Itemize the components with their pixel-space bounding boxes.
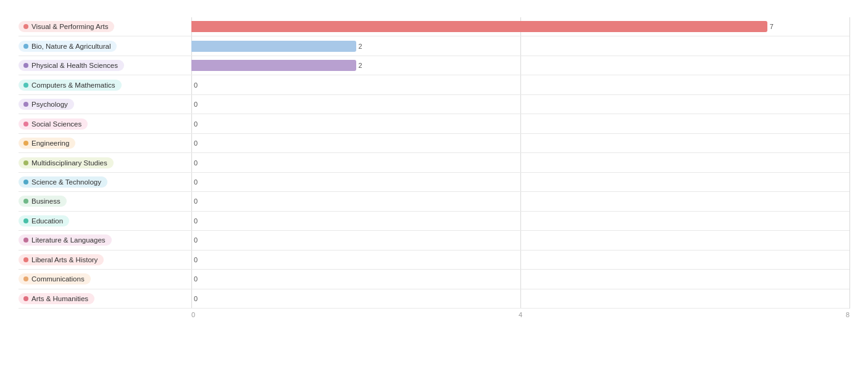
bar-value-label: 0 xyxy=(194,275,198,283)
bar-section: 0 xyxy=(191,134,849,152)
label-area: Literature & Languages xyxy=(19,234,191,246)
bar-value-label: 0 xyxy=(194,256,198,263)
bar-label-dot xyxy=(23,199,28,204)
bar-row: Engineering0 xyxy=(19,134,849,153)
bar-label: Multidisciplinary Studies xyxy=(19,157,114,168)
bar-label-dot xyxy=(23,24,28,29)
bar-fill xyxy=(191,41,356,52)
bar-label-dot xyxy=(23,218,28,223)
bar-value-label: 0 xyxy=(194,81,198,89)
bar-section: 0 xyxy=(191,251,849,269)
bar-value-label: 0 xyxy=(194,197,198,205)
bar-row: Visual & Performing Arts7 xyxy=(19,17,849,36)
label-area: Social Sciences xyxy=(19,118,191,130)
bar-label-text: Communications xyxy=(31,275,85,283)
label-area: Psychology xyxy=(19,99,191,110)
bar-label: Visual & Performing Arts xyxy=(19,21,114,32)
label-area: Computers & Mathematics xyxy=(19,80,191,91)
bar-value-label: 0 xyxy=(194,236,198,244)
bar-label-text: Psychology xyxy=(31,101,68,108)
label-area: Multidisciplinary Studies xyxy=(19,157,191,168)
bar-label-text: Business xyxy=(31,197,61,205)
bar-label-dot xyxy=(23,122,28,127)
bar-row: Physical & Health Sciences2 xyxy=(19,56,849,75)
bar-row: Liberal Arts & History0 xyxy=(19,251,849,270)
bar-label-text: Literature & Languages xyxy=(31,236,106,244)
bar-label-dot xyxy=(23,141,28,146)
bar-label: Engineering xyxy=(19,138,75,149)
bar-label-text: Arts & Humanities xyxy=(31,295,88,302)
label-area: Education xyxy=(19,215,191,226)
bar-row: Communications0 xyxy=(19,270,849,289)
bar-section: 0 xyxy=(191,114,849,133)
bar-label: Literature & Languages xyxy=(19,234,112,246)
bar-label: Liberal Arts & History xyxy=(19,254,104,265)
bar-label-dot xyxy=(23,44,28,49)
bar-label: Computers & Mathematics xyxy=(19,80,122,91)
bar-section: 2 xyxy=(191,36,849,55)
label-area: Engineering xyxy=(19,138,191,149)
bar-label-dot xyxy=(23,83,28,88)
bar-label-dot xyxy=(23,180,28,185)
bar-row: Multidisciplinary Studies0 xyxy=(19,153,849,172)
bar-label-text: Bio, Nature & Agricultural xyxy=(31,43,111,50)
bar-label-dot xyxy=(23,296,28,301)
label-area: Visual & Performing Arts xyxy=(19,21,191,32)
bar-section: 0 xyxy=(191,95,849,114)
bar-section: 0 xyxy=(191,212,849,230)
bar-row: Business0 xyxy=(19,192,849,211)
bar-label-dot xyxy=(23,257,28,262)
x-axis-label: 0 xyxy=(191,311,195,318)
label-area: Bio, Nature & Agricultural xyxy=(19,41,191,52)
bar-section: 0 xyxy=(191,289,849,308)
bar-row: Psychology0 xyxy=(19,95,849,114)
x-axis: 048 xyxy=(191,311,849,318)
bar-row: Computers & Mathematics0 xyxy=(19,75,849,94)
x-axis-label: 8 xyxy=(846,311,849,318)
bar-value-label: 7 xyxy=(770,23,774,30)
bar-label-text: Engineering xyxy=(31,139,69,147)
bar-value-label: 0 xyxy=(194,159,198,167)
bar-label: Social Sciences xyxy=(19,118,88,130)
bar-label-text: Visual & Performing Arts xyxy=(31,23,108,30)
bars-section: Visual & Performing Arts7Bio, Nature & A… xyxy=(19,17,849,309)
bar-label: Physical & Health Sciences xyxy=(19,60,124,71)
bar-label-text: Multidisciplinary Studies xyxy=(31,159,107,167)
bar-label: Business xyxy=(19,196,67,207)
bar-row: Science & Technology0 xyxy=(19,173,849,192)
bar-value-label: 0 xyxy=(194,139,198,147)
label-area: Communications xyxy=(19,273,191,284)
bar-label-dot xyxy=(23,276,28,281)
bar-label-text: Computers & Mathematics xyxy=(31,81,115,89)
label-area: Arts & Humanities xyxy=(19,293,191,304)
bar-row: Social Sciences0 xyxy=(19,114,849,133)
bar-label-text: Science & Technology xyxy=(31,178,101,186)
label-area: Physical & Health Sciences xyxy=(19,60,191,71)
bar-section: 0 xyxy=(191,153,849,172)
bar-label-text: Liberal Arts & History xyxy=(31,256,98,263)
bar-label-dot xyxy=(23,238,28,243)
label-area: Science & Technology xyxy=(19,176,191,188)
bar-label-text: Physical & Health Sciences xyxy=(31,62,118,69)
bar-fill xyxy=(191,60,356,71)
bar-value-label: 2 xyxy=(359,62,362,69)
bar-value-label: 0 xyxy=(194,295,198,302)
chart-area: Visual & Performing Arts7Bio, Nature & A… xyxy=(19,17,849,327)
x-axis-label: 4 xyxy=(519,311,522,318)
bar-section: 7 xyxy=(191,17,849,36)
bar-section: 0 xyxy=(191,75,849,94)
bar-value-label: 0 xyxy=(194,178,198,186)
bar-label-dot xyxy=(23,102,28,107)
bar-label: Arts & Humanities xyxy=(19,293,94,304)
bar-label-dot xyxy=(23,63,28,68)
bar-value-label: 0 xyxy=(194,120,198,128)
label-area: Liberal Arts & History xyxy=(19,254,191,265)
bar-fill xyxy=(191,21,767,32)
bar-section: 0 xyxy=(191,192,849,210)
bar-value-label: 2 xyxy=(359,43,362,50)
bar-row: Literature & Languages0 xyxy=(19,231,849,250)
bar-label-dot xyxy=(23,160,28,165)
bar-value-label: 0 xyxy=(194,101,198,108)
bar-label: Science & Technology xyxy=(19,176,107,188)
bar-label: Bio, Nature & Agricultural xyxy=(19,41,117,52)
